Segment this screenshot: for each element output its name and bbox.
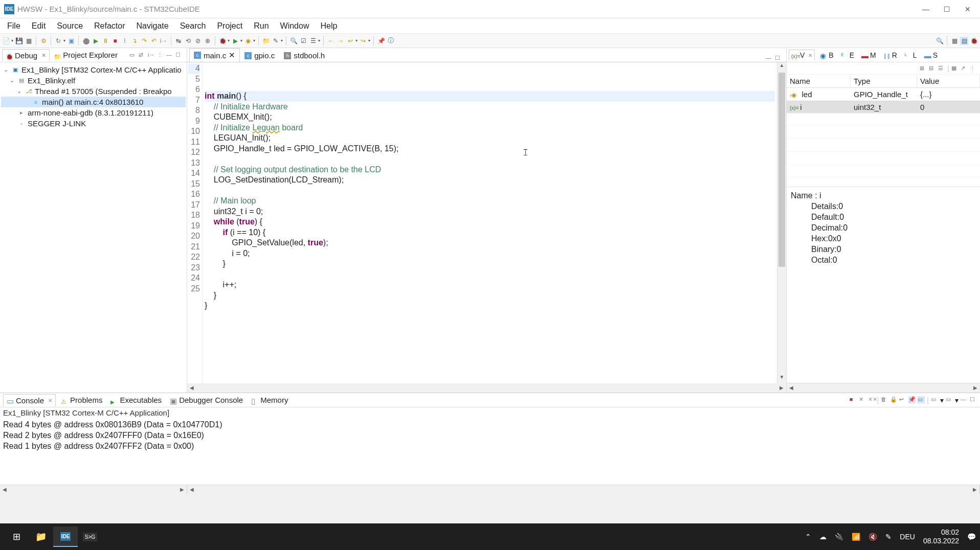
scroll-left-icon[interactable]: ◀ bbox=[187, 383, 196, 393]
tab-variables[interactable]: V✕ bbox=[789, 50, 815, 60]
tree-row-launch[interactable]: ⌄ Ex1_Blinky [STM32 Cortex-M C/C++ Appli… bbox=[1, 64, 186, 75]
view-menu-icon[interactable]: ▦ bbox=[951, 65, 959, 72]
new-icon[interactable]: 📄 bbox=[2, 37, 10, 45]
editor-tab-gpio[interactable]: c gpio.c bbox=[240, 49, 279, 62]
nav-last-icon[interactable]: ↩ bbox=[346, 37, 354, 45]
chevron-down-icon[interactable]: ⌄ bbox=[8, 77, 15, 84]
table-row[interactable]: iuint32_t0 bbox=[787, 101, 980, 113]
collapse-all-icon[interactable]: ⊟ bbox=[929, 65, 936, 72]
scroll-right-icon[interactable]: ▶ bbox=[970, 485, 979, 494]
minimize-panel-icon[interactable]: — bbox=[766, 55, 773, 62]
remove-all-icon[interactable]: ⨯⨯ bbox=[868, 396, 875, 403]
tray-chevron-icon[interactable]: ⌃ bbox=[805, 533, 811, 541]
menu-file[interactable]: File bbox=[2, 19, 26, 33]
close-icon[interactable]: ✕ bbox=[41, 52, 46, 59]
new-console-icon[interactable]: ▭ bbox=[946, 396, 953, 403]
table-row[interactable]: › ledGPIO_Handle_t{...} bbox=[787, 88, 980, 101]
step-mode-icon[interactable]: ↹ bbox=[174, 37, 183, 45]
menu-run[interactable]: Run bbox=[249, 19, 274, 33]
minimize-panel-icon[interactable]: — bbox=[961, 396, 968, 403]
tab-executables[interactable]: Executables bbox=[107, 394, 165, 406]
open-type-icon[interactable]: ✎ bbox=[272, 37, 280, 45]
close-icon[interactable]: ✕ bbox=[808, 53, 812, 58]
step-filter-icon[interactable]: i→ bbox=[148, 52, 155, 59]
menu-navigate[interactable]: Navigate bbox=[131, 19, 174, 33]
tree-row-jlink[interactable]: SEGGER J-LINK bbox=[1, 118, 186, 129]
tab-debugger-console[interactable]: Debugger Console bbox=[167, 394, 246, 406]
code-area[interactable]: 𝙸 int main() { // Initialize Hardware CU… bbox=[203, 62, 777, 383]
tree-row-frame[interactable]: main() at main.c:4 0x8013610 bbox=[1, 97, 186, 107]
col-name[interactable]: Name bbox=[787, 75, 851, 87]
col-type[interactable]: Type bbox=[851, 75, 917, 87]
onedrive-icon[interactable]: ☁ bbox=[819, 533, 827, 541]
clear-icon[interactable]: 🗑 bbox=[881, 396, 888, 403]
tree-row-thread[interactable]: ⌄ Thread #1 57005 (Suspended : Breakpo bbox=[1, 86, 186, 97]
scroll-lock-icon[interactable]: 🔒 bbox=[890, 396, 897, 403]
pause-icon[interactable]: ⏸ bbox=[101, 37, 109, 45]
terminate-icon[interactable]: ■ bbox=[111, 37, 119, 45]
scroll-left-icon[interactable]: ◀ bbox=[187, 485, 196, 494]
vertical-scrollbar[interactable]: ▲ ▼ bbox=[777, 62, 786, 383]
close-icon[interactable]: ✕ bbox=[229, 51, 235, 60]
scroll-right-icon[interactable]: ▶ bbox=[777, 383, 786, 393]
scroll-left-icon[interactable]: ◀ bbox=[787, 383, 796, 393]
run-icon[interactable]: ▶ bbox=[231, 37, 239, 45]
info-icon[interactable]: ⓘ bbox=[387, 37, 395, 45]
pin-console-icon[interactable]: 📌 bbox=[908, 396, 916, 403]
menu-drop-icon[interactable]: ⋮ bbox=[970, 65, 977, 72]
scroll-up-icon[interactable]: ▲ bbox=[777, 62, 786, 72]
persp-cpp-icon[interactable]: ▤ bbox=[960, 37, 968, 45]
minimize-panel-icon[interactable]: — bbox=[166, 52, 173, 59]
disconnect-icon[interactable]: ⌇ bbox=[121, 37, 129, 45]
link-icon[interactable]: ⇄ bbox=[139, 52, 146, 59]
terminate-icon[interactable]: ■ bbox=[850, 396, 857, 403]
search-icon[interactable]: 🔍 bbox=[289, 37, 298, 45]
resume-icon[interactable]: ▶ bbox=[92, 37, 100, 45]
display-icon[interactable]: ▭ bbox=[918, 396, 925, 403]
notifications-icon[interactable]: 💬 bbox=[967, 533, 976, 541]
maximize-panel-icon[interactable]: ☐ bbox=[970, 396, 977, 403]
editor-hscroll[interactable]: ◀ ▶ bbox=[187, 383, 786, 393]
open-console-icon[interactable]: ▭ bbox=[931, 396, 938, 403]
tab-problems[interactable]: Problems bbox=[58, 394, 105, 406]
tab-registers[interactable]: ⫿⫿R bbox=[881, 50, 899, 60]
profile-icon[interactable]: ◉ bbox=[244, 37, 252, 45]
sdk-icon[interactable]: ▣ bbox=[67, 37, 75, 45]
instr-step-icon[interactable]: i→ bbox=[160, 37, 168, 45]
stm32cubeide-icon[interactable]: IDE bbox=[53, 526, 78, 547]
tab-console[interactable]: Console✕ bbox=[3, 394, 56, 406]
menu-help[interactable]: Help bbox=[315, 19, 342, 33]
persp-switch-icon[interactable]: ▦ bbox=[950, 37, 959, 45]
wifi-icon[interactable]: 📶 bbox=[852, 533, 860, 541]
menu-icon[interactable]: ⋮ bbox=[157, 52, 164, 59]
nav-fwd-icon[interactable]: → bbox=[337, 37, 345, 45]
save-icon[interactable]: 💾 bbox=[15, 37, 23, 45]
tab-live[interactable]: ᴸL bbox=[902, 50, 919, 60]
clock[interactable]: 08:02 08.03.2022 bbox=[923, 528, 959, 545]
minimize-panel-icon[interactable]: ↗ bbox=[961, 65, 968, 72]
tree-row-gdb[interactable]: arm-none-eabi-gdb (8.3.1.20191211) bbox=[1, 107, 186, 118]
tab-project-explorer[interactable]: Project Explorer bbox=[51, 49, 121, 61]
code-editor[interactable]: 4⊟5678910111213141516171819202122232425 … bbox=[187, 62, 786, 383]
step-into-icon[interactable]: ↴ bbox=[130, 37, 139, 45]
tab-breakpoints[interactable]: ◉B bbox=[818, 50, 835, 60]
menu-source[interactable]: Source bbox=[52, 19, 88, 33]
tab-modules[interactable]: ▬M bbox=[859, 50, 878, 60]
menu-edit[interactable]: Edit bbox=[27, 19, 51, 33]
ext-tools-icon[interactable]: 📁 bbox=[262, 37, 270, 45]
scroll-down-icon[interactable]: ▼ bbox=[777, 374, 786, 383]
menu-window[interactable]: Window bbox=[275, 19, 315, 33]
pen-icon[interactable]: ✎ bbox=[885, 533, 892, 541]
scrollbar-thumb[interactable] bbox=[778, 73, 785, 267]
vars-hscroll[interactable]: ◀ ▶ bbox=[787, 383, 980, 393]
tab-expressions[interactable]: ᴱE bbox=[839, 50, 856, 60]
tab-sfrs[interactable]: ▬S bbox=[922, 50, 940, 60]
skip-bp-icon[interactable]: ⬤ bbox=[82, 37, 90, 45]
editor-tab-main[interactable]: c main.c ✕ bbox=[189, 48, 240, 62]
pin-icon[interactable]: 📌 bbox=[377, 37, 385, 45]
app-icon[interactable]: S>G bbox=[78, 526, 102, 547]
file-explorer-icon[interactable]: 📁 bbox=[29, 526, 53, 547]
console-output[interactable]: Read 4 bytes @ address 0x080136B9 (Data … bbox=[0, 418, 980, 485]
language-indicator[interactable]: DEU bbox=[900, 533, 915, 541]
nav-back-icon[interactable]: ← bbox=[327, 37, 335, 45]
